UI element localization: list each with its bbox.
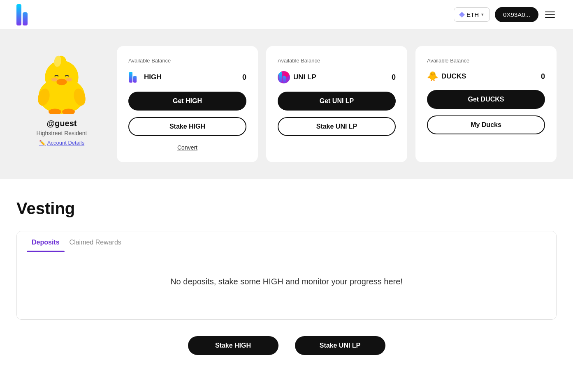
user-role: Highstreet Resident bbox=[37, 130, 87, 136]
get-ducks-button[interactable]: Get DUCKS bbox=[427, 90, 545, 109]
stake-unilp-bottom-button[interactable]: Stake UNI LP bbox=[295, 336, 385, 355]
tab-claimed-rewards[interactable]: Claimed Rewards bbox=[65, 231, 126, 252]
hamburger-icon bbox=[545, 12, 555, 12]
get-high-button[interactable]: Get HIGH bbox=[128, 92, 246, 111]
svg-rect-16 bbox=[283, 76, 286, 83]
network-selector[interactable]: ETH ▾ bbox=[454, 7, 490, 22]
hamburger-icon-line2 bbox=[545, 14, 555, 15]
chevron-down-icon: ▾ bbox=[481, 12, 484, 17]
ducks-balance-card: Available Balance 🐥 DUCKS 0 Get DUCKS My… bbox=[415, 46, 557, 162]
vesting-section: Vesting Deposits Claimed Rewards No depo… bbox=[0, 179, 573, 336]
bottom-buttons-row: Stake HIGH Stake UNI LP bbox=[0, 336, 573, 363]
high-token-icon bbox=[128, 71, 141, 83]
high-balance-card: Available Balance bbox=[117, 46, 258, 162]
account-details-link[interactable]: ✏️ Account Details bbox=[39, 140, 84, 146]
tab-deposits[interactable]: Deposits bbox=[27, 231, 65, 252]
network-label: ETH bbox=[466, 11, 479, 18]
svg-rect-15 bbox=[278, 72, 282, 83]
menu-button[interactable] bbox=[543, 10, 557, 20]
unilp-token-row: UNI LP 0 bbox=[278, 71, 396, 83]
ducks-token-icon: 🐥 bbox=[427, 71, 438, 82]
get-unilp-button[interactable]: Get UNI LP bbox=[278, 92, 396, 111]
high-token-name: HIGH bbox=[144, 73, 162, 81]
edit-icon: ✏️ bbox=[39, 140, 46, 146]
tabs-header: Deposits Claimed Rewards bbox=[17, 231, 556, 252]
ducks-balance-label: Available Balance bbox=[427, 58, 545, 64]
avatar bbox=[31, 50, 93, 114]
username: @guest bbox=[47, 119, 77, 128]
unilp-token-icon bbox=[278, 71, 290, 83]
svg-point-8 bbox=[56, 79, 67, 85]
svg-point-7 bbox=[66, 78, 72, 82]
tab-content-deposits: No deposits, stake some HIGH and monitor… bbox=[17, 252, 556, 319]
high-token-row: HIGH 0 bbox=[128, 71, 246, 83]
no-deposits-message: No deposits, stake some HIGH and monitor… bbox=[33, 277, 540, 286]
tabs-container: Deposits Claimed Rewards No deposits, st… bbox=[16, 231, 557, 320]
hamburger-icon-line3 bbox=[545, 17, 555, 18]
svg-point-6 bbox=[51, 78, 58, 82]
hero-section: @guest Highstreet Resident ✏️ Account De… bbox=[0, 30, 573, 179]
header-right: ETH ▾ 0X93A0... bbox=[454, 7, 557, 22]
unilp-balance-label: Available Balance bbox=[278, 58, 396, 64]
cards-container: Available Balance bbox=[117, 46, 557, 162]
profile-area: @guest Highstreet Resident ✏️ Account De… bbox=[16, 46, 107, 146]
logo bbox=[16, 4, 34, 25]
svg-rect-14 bbox=[133, 76, 137, 83]
svg-rect-1 bbox=[23, 12, 28, 25]
eth-diamond-icon bbox=[459, 12, 465, 17]
account-details-label: Account Details bbox=[47, 140, 84, 146]
header: ETH ▾ 0X93A0... bbox=[0, 0, 573, 30]
convert-link[interactable]: Convert bbox=[128, 144, 246, 151]
unilp-balance-card: Available Balance bbox=[266, 46, 407, 162]
ducks-token-name: DUCKS bbox=[441, 72, 466, 81]
ducks-balance-value: 0 bbox=[541, 72, 545, 81]
unilp-token-name: UNI LP bbox=[293, 73, 316, 81]
stake-high-button[interactable]: Stake HIGH bbox=[128, 117, 246, 136]
vesting-title: Vesting bbox=[16, 199, 557, 218]
svg-rect-13 bbox=[129, 72, 132, 83]
logo-icon bbox=[16, 4, 34, 25]
high-balance-label: Available Balance bbox=[128, 58, 246, 64]
svg-point-17 bbox=[284, 72, 289, 77]
svg-rect-0 bbox=[16, 4, 21, 25]
wallet-button[interactable]: 0X93A0... bbox=[495, 7, 538, 22]
my-ducks-button[interactable]: My Ducks bbox=[427, 115, 545, 134]
high-balance-value: 0 bbox=[242, 73, 246, 82]
stake-high-bottom-button[interactable]: Stake HIGH bbox=[188, 336, 278, 355]
stake-unilp-button[interactable]: Stake UNI LP bbox=[278, 117, 396, 136]
ducks-token-row: 🐥 DUCKS 0 bbox=[427, 71, 545, 82]
unilp-balance-value: 0 bbox=[392, 73, 396, 82]
